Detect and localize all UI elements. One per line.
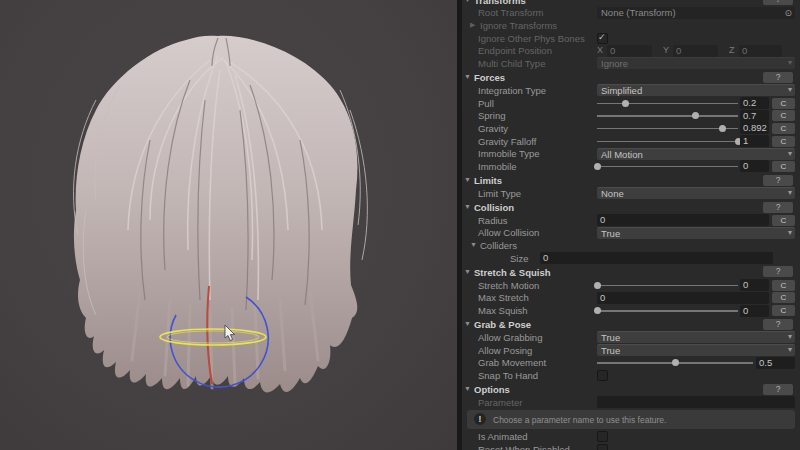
- pull-slider[interactable]: [597, 103, 738, 105]
- root-transform-object-field[interactable]: None (Transform)⊙: [597, 7, 795, 19]
- help-text: Choose a parameter name to use this feat…: [493, 415, 666, 425]
- pull-value[interactable]: 0.2: [740, 97, 769, 109]
- section-header-grab-pose[interactable]: ▼Grab & Pose?: [462, 318, 800, 331]
- property-label: Pull: [478, 98, 494, 109]
- multi-child-type-dropdown[interactable]: Ignore▾: [597, 57, 795, 69]
- radius-field[interactable]: 0: [597, 214, 769, 226]
- row-spring: Spring0.7C: [462, 109, 800, 122]
- size-field[interactable]: 0: [540, 252, 773, 264]
- parameter-field[interactable]: [597, 396, 795, 408]
- gravity-falloff-slider[interactable]: [597, 141, 738, 143]
- row-stretch-motion: Stretch Motion0C: [462, 279, 800, 292]
- slider-knob[interactable]: [692, 112, 699, 119]
- stretch-motion-value[interactable]: 0: [740, 279, 769, 291]
- endpoint-position-x-field[interactable]: 0: [607, 45, 652, 57]
- ignore-other-phys-bones-checkbox[interactable]: ✓: [597, 33, 608, 44]
- help-button[interactable]: ?: [763, 384, 793, 395]
- grab-movement-slider[interactable]: [597, 362, 753, 364]
- immobile-value[interactable]: 0: [740, 160, 769, 172]
- reset-when-disabled-checkbox[interactable]: [597, 444, 608, 450]
- section-title: Transforms: [474, 0, 526, 6]
- viewport-3d[interactable]: [0, 0, 457, 450]
- property-label: Stretch Motion: [478, 280, 539, 291]
- foldout-open-icon[interactable]: ▼: [464, 385, 471, 392]
- chevron-down-icon: ▾: [788, 345, 792, 354]
- dropdown-value: True: [601, 332, 620, 343]
- foldout-open-icon[interactable]: ▼: [464, 176, 471, 183]
- foldout-open-icon[interactable]: ▼: [464, 203, 471, 210]
- dropdown-value: Simplified: [601, 85, 642, 96]
- snap-to-hand-checkbox[interactable]: [597, 370, 608, 381]
- foldout-open-icon[interactable]: ▼: [470, 241, 477, 248]
- section-header-collision[interactable]: ▼Collision?: [462, 201, 800, 214]
- max-stretch-field[interactable]: 0: [597, 292, 769, 304]
- gravity-falloff-value[interactable]: 1: [740, 135, 769, 147]
- slider-knob[interactable]: [594, 282, 601, 289]
- help-button[interactable]: ?: [763, 72, 793, 83]
- info-icon: !: [474, 413, 486, 425]
- foldout-open-icon[interactable]: ▼: [464, 268, 471, 275]
- endpoint-position-z-field[interactable]: 0: [739, 45, 782, 57]
- foldout-open-icon[interactable]: ▼: [464, 320, 471, 327]
- stretch-motion-curve-button[interactable]: C: [772, 280, 795, 291]
- gravity-curve-button[interactable]: C: [772, 123, 795, 134]
- immobile-type-dropdown[interactable]: All Motion▾: [597, 148, 795, 160]
- spring-slider[interactable]: [597, 115, 738, 117]
- help-button[interactable]: ?: [763, 319, 793, 330]
- chevron-down-icon: ▾: [788, 58, 792, 67]
- spring-value[interactable]: 0.7: [740, 110, 769, 122]
- dropdown-value: True: [601, 228, 620, 239]
- property-label: Max Stretch: [478, 292, 529, 303]
- row-radius: Radius0C: [462, 214, 800, 227]
- max-stretch-curve-button[interactable]: C: [772, 292, 795, 303]
- gravity-falloff-curve-button[interactable]: C: [772, 136, 795, 147]
- axis-label: Z: [729, 45, 735, 55]
- max-squish-slider[interactable]: [597, 310, 738, 312]
- slider-knob[interactable]: [622, 100, 629, 107]
- row-is-animated: Is Animated: [462, 430, 800, 443]
- section-header-options[interactable]: ▼Options?: [462, 383, 800, 396]
- gravity-slider[interactable]: [597, 128, 738, 130]
- dropdown-value: None: [601, 188, 624, 199]
- limit-type-dropdown[interactable]: None▾: [597, 187, 795, 199]
- row-allow-collision: Allow CollisionTrue▾: [462, 226, 800, 239]
- help-button[interactable]: ?: [763, 266, 793, 277]
- integration-type-dropdown[interactable]: Simplified▾: [597, 84, 795, 96]
- property-label: Allow Posing: [478, 345, 532, 356]
- immobile-slider[interactable]: [597, 166, 738, 168]
- section-header-limits[interactable]: ▼Limits?: [462, 174, 800, 187]
- row-endpoint-position: Endpoint PositionX0Y0Z0: [462, 44, 800, 57]
- row-max-stretch: Max Stretch0C: [462, 291, 800, 304]
- allow-collision-dropdown[interactable]: True▾: [597, 227, 795, 239]
- allow-grabbing-dropdown[interactable]: True▾: [597, 331, 795, 343]
- grab-movement-value[interactable]: 0.5: [756, 357, 795, 369]
- slider-knob[interactable]: [672, 359, 679, 366]
- slider-knob[interactable]: [594, 163, 601, 170]
- help-button[interactable]: ?: [763, 202, 793, 213]
- section-header-stretch-squish[interactable]: ▼Stretch & Squish?: [462, 266, 800, 279]
- foldout-open-icon[interactable]: ▼: [464, 73, 471, 80]
- radius-curve-button[interactable]: C: [772, 215, 795, 226]
- spring-curve-button[interactable]: C: [772, 110, 795, 121]
- foldout-open-icon[interactable]: ▼: [464, 0, 471, 3]
- object-picker-icon[interactable]: ⊙: [784, 7, 792, 19]
- property-label: Immobile Type: [478, 148, 540, 159]
- is-animated-checkbox[interactable]: [597, 431, 608, 442]
- max-squish-value[interactable]: 0: [740, 305, 769, 317]
- parameter-help-box: !Choose a parameter name to use this fea…: [467, 410, 795, 429]
- max-squish-curve-button[interactable]: C: [772, 305, 795, 316]
- slider-knob[interactable]: [719, 125, 726, 132]
- slider-knob[interactable]: [594, 307, 601, 314]
- section-header-forces[interactable]: ▼Forces?: [462, 71, 800, 84]
- stretch-motion-slider[interactable]: [597, 285, 738, 287]
- help-button[interactable]: ?: [763, 175, 793, 186]
- allow-posing-dropdown[interactable]: True▾: [597, 344, 795, 356]
- pull-curve-button[interactable]: C: [772, 98, 795, 109]
- help-button[interactable]: ?: [763, 0, 793, 5]
- foldout-closed-icon[interactable]: ▶: [470, 21, 475, 29]
- chevron-down-icon: ▾: [788, 85, 792, 94]
- immobile-curve-button[interactable]: C: [772, 161, 795, 172]
- row-size: Size0: [462, 252, 800, 265]
- endpoint-position-y-field[interactable]: 0: [673, 45, 718, 57]
- gravity-value[interactable]: 0.892: [740, 122, 769, 134]
